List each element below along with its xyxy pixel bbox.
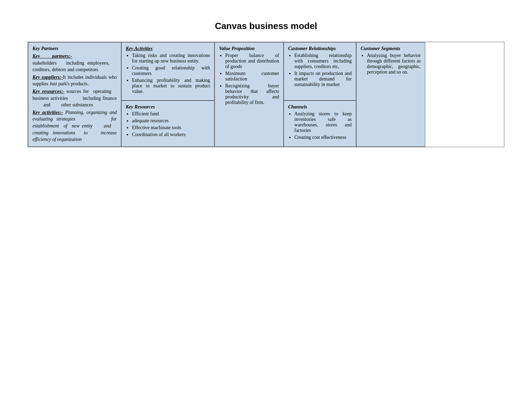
list-item: Recognizing buyer behavior that affects … [225,83,279,105]
customer-segments-cell: Customer Segments Analyzing buyer behavi… [356,42,425,147]
key-partners-activities: Key activities:- Planning, organizing an… [32,109,117,143]
channels-heading: Channels [288,104,352,110]
key-partners-body: Key partners:- stakeholders including em… [32,53,117,73]
key-resources-heading: Key Resources [126,104,210,110]
key-partners-cell: Key Partners Key partners:- stakeholders… [28,42,121,147]
list-item: adequate resources [132,118,210,124]
key-partners-resources: Key resources:- sources for operating bu… [32,88,117,108]
value-proposition-heading-text: Value Proposition [219,46,255,51]
page-title: Canvas business model [28,21,504,31]
list-item: Maximum customer satisfaction [225,71,279,82]
canvas-grid: Key Partners Key partners:- stakeholders… [28,42,504,147]
list-item: Creating cost effectiveness [294,135,352,140]
key-activities-cell: Key Activities Taking risks and creating… [121,42,215,101]
list-item: Establishing relationship with consumers… [294,53,352,69]
list-item: Coordination of all workers [132,132,210,137]
key-partners-text1: stakeholders including employees, credit… [32,60,117,73]
page: Canvas business model Key Partners Key p… [0,0,532,411]
key-partners-subheading3: Key resources:- [32,89,64,94]
value-proposition-cell: Value Proposition Proper balance of prod… [215,42,284,147]
customer-segments-list: Analyzing buyer behavior through differe… [361,53,421,75]
customer-relationships-heading: Customer Relationships [288,46,352,51]
key-partners-subheading2: Key suppliers:- [32,75,63,80]
key-partners-heading: Key Partners [32,46,117,51]
key-partners-subheading1: Key partners:- [32,54,72,59]
value-proposition-list: Proper balance of production and distrib… [219,53,279,105]
key-partners-supplier: Key suppliers:-It includes individuals w… [32,74,117,87]
channels-list: Analyzing stores to keep inventories saf… [288,111,352,140]
customer-relationships-list: Establishing relationship with consumers… [288,53,352,87]
channels-cell: Channels Analyzing stores to keep invent… [284,101,356,146]
list-item: Analyzing stores to keep inventories saf… [294,111,352,133]
key-partners-subheading4: Key activities:- [32,110,63,115]
key-resources-cell: Key Resources Efficient fund adequate re… [121,101,215,146]
key-activities-heading: Key Activities [126,46,210,51]
key-activities-heading-text: Key Activities [126,46,153,51]
list-item: Proper balance of production and distrib… [225,53,279,69]
list-item: Analyzing buyer behavior through differe… [367,53,421,75]
list-item: Taking risks and creating innovations fo… [132,53,210,64]
list-item: Creating good relationship with customer… [132,65,210,76]
list-item: Enhancing profitability and making place… [132,78,210,94]
value-proposition-heading: Value Proposition [219,46,279,51]
customer-segments-heading: Customer Segments [361,46,421,51]
list-item: Efficient fund [132,111,210,117]
key-activities-list: Taking risks and creating innovations fo… [126,53,210,94]
list-item: It impacts on production and market dema… [294,71,352,87]
key-resources-list: Efficient fund adequate resources Effect… [126,111,210,137]
customer-relationships-cell: Customer Relationships Establishing rela… [284,42,356,101]
list-item: Effective machinate tools [132,125,210,131]
